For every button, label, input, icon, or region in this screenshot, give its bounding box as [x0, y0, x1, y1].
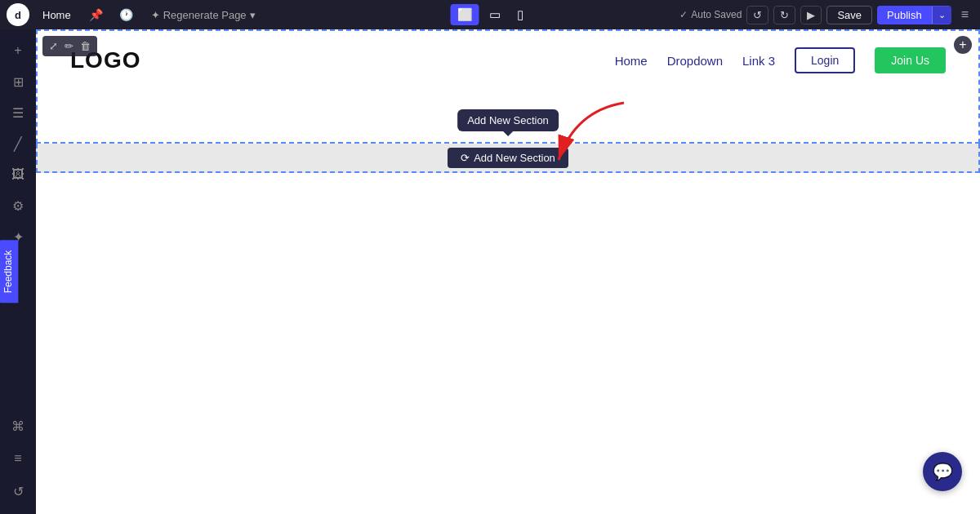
sidebar-item-settings[interactable]: ⚙: [3, 191, 33, 220]
tablet-device-button[interactable]: ▭: [483, 4, 507, 25]
publish-button-group: Publish ⌄: [877, 6, 951, 24]
chat-bubble-button[interactable]: 💬: [923, 452, 962, 491]
move-icon[interactable]: ⤢: [47, 38, 60, 54]
sidebar-item-image[interactable]: 🖼: [3, 160, 33, 189]
topbar: d Home 📌 🕐 ✦ Regenerate Page ▾ ⬜ ▭ ▯ ✓ A…: [0, 0, 980, 29]
undo-button[interactable]: ↺: [746, 6, 768, 24]
add-section-label: Add New Section: [474, 152, 555, 164]
mobile-device-button[interactable]: ▯: [510, 4, 530, 25]
auto-saved-status: ✓ Auto Saved: [679, 9, 742, 20]
nav-link-dropdown[interactable]: Dropdown: [667, 54, 723, 68]
header-section[interactable]: ⤢ ✏ 🗑 + LOGO Home Dropdown Link 3 Login …: [36, 29, 980, 144]
history-icon[interactable]: 🕐: [114, 5, 138, 24]
feedback-tab[interactable]: Feedback: [0, 241, 18, 304]
topbar-right: ✓ Auto Saved ↺ ↻ ▶ Save Publish ⌄ ≡: [679, 4, 973, 25]
regenerate-icon: ✦: [151, 9, 160, 21]
canvas-area[interactable]: ⤢ ✏ 🗑 + LOGO Home Dropdown Link 3 Login …: [36, 29, 980, 514]
add-new-section-button[interactable]: ⟳ Add New Section: [448, 148, 568, 168]
nav-links: Home Dropdown Link 3 Login Join Us: [615, 47, 946, 73]
regenerate-button[interactable]: ✦ Regenerate Page ▾: [145, 6, 262, 24]
home-button[interactable]: Home: [36, 6, 78, 24]
sidebar-item-draw[interactable]: ╱: [3, 129, 33, 158]
main-layout: + ⊞ ☰ ╱ 🖼 ⚙ ✦ ⌘ ≡ ↺ Feedback ⤢ ✏ 🗑 +: [0, 29, 980, 514]
redo-button[interactable]: ↻: [773, 6, 795, 24]
edit-icon[interactable]: ✏: [63, 38, 75, 54]
sidebar-item-add[interactable]: +: [3, 36, 33, 65]
pin-icon[interactable]: 📌: [84, 5, 108, 24]
checkmark-icon: ✓: [679, 9, 688, 20]
sidebar-item-shortcuts[interactable]: ⌘: [3, 411, 33, 441]
preview-button[interactable]: ▶: [800, 6, 822, 24]
chevron-icon: ▾: [250, 9, 256, 21]
nav-link-3[interactable]: Link 3: [742, 54, 775, 68]
delete-icon[interactable]: 🗑: [78, 38, 92, 54]
section-add-icon[interactable]: +: [954, 36, 972, 54]
sidebar-item-layers[interactable]: ≡: [3, 444, 33, 473]
nav-content: LOGO Home Dropdown Link 3 Login Join Us: [38, 31, 978, 90]
add-section-area: Add New Section ⟳ Add New Section: [36, 144, 980, 173]
section-toolbar: ⤢ ✏ 🗑: [42, 36, 97, 56]
nav-login-button[interactable]: Login: [795, 47, 855, 73]
canvas-empty-area[interactable]: [36, 173, 980, 514]
desktop-device-button[interactable]: ⬜: [451, 4, 479, 25]
publish-button[interactable]: Publish: [877, 6, 932, 24]
add-section-icon: ⟳: [461, 152, 470, 164]
sidebar-item-components[interactable]: ⊞: [3, 67, 33, 96]
sidebar-item-pages[interactable]: ☰: [3, 98, 33, 127]
device-switcher: ⬜ ▭ ▯: [451, 4, 530, 25]
save-button[interactable]: Save: [826, 6, 872, 24]
nav-join-button[interactable]: Join Us: [875, 47, 946, 73]
menu-icon[interactable]: ≡: [956, 4, 973, 25]
nav-link-home[interactable]: Home: [615, 54, 648, 68]
sidebar-item-history[interactable]: ↺: [3, 476, 33, 506]
publish-dropdown-button[interactable]: ⌄: [932, 7, 951, 24]
sidebar: + ⊞ ☰ ╱ 🖼 ⚙ ✦ ⌘ ≡ ↺ Feedback: [0, 29, 36, 514]
sidebar-bottom: ⌘ ≡ ↺: [3, 411, 33, 507]
canvas-inner: ⤢ ✏ 🗑 + LOGO Home Dropdown Link 3 Login …: [36, 29, 980, 514]
app-logo[interactable]: d: [7, 3, 29, 26]
